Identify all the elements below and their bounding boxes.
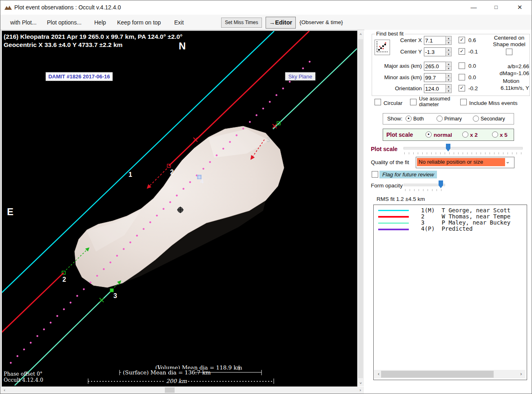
version-label: Occult 4.12.4.0 (4, 377, 43, 383)
centered-on-label-2: Shape model (487, 41, 532, 47)
legend-row-4[interactable]: 4(P) Predicted (421, 225, 472, 232)
menu-exit[interactable]: Exit (173, 18, 185, 27)
plot-scale-x2-label: x 2 (470, 132, 478, 138)
center-x-input[interactable] (424, 36, 446, 45)
observer-legend-list: 1(M) T George, near Scott 2 W Thomas, ne… (373, 205, 527, 380)
chord-3-label-bottom: 3 (113, 292, 117, 299)
show-label: Show: (387, 116, 403, 122)
major-axis-spinner[interactable]: ▲▼ (446, 62, 452, 71)
center-y-spinner[interactable]: ▲▼ (446, 47, 452, 56)
surface-mean-dia-label: (Surface) Mean dia = 136.7 km (123, 369, 211, 376)
phase-offset-label: Phase offset 0° (4, 371, 42, 377)
plot-vertical-scrollbar[interactable]: ⌃ ⌄ (357, 31, 364, 386)
legend-scroll-left-icon[interactable]: ‹ (376, 372, 381, 377)
compass-north-label: N (179, 40, 186, 51)
center-x-delta: 0.6 (468, 37, 476, 43)
set-miss-times-button[interactable]: Set Miss Times (221, 18, 262, 28)
legend-row-3[interactable]: 3 P Maley, near Buckey (421, 219, 510, 226)
occultation-plot: 1 2 2 3 (2, 31, 357, 386)
close-button[interactable]: ✕ (510, 0, 529, 14)
plot-scale-slider-thumb[interactable] (446, 144, 450, 151)
window-title: Plot event observations : Occult v.4.12.… (14, 4, 121, 11)
legend-row-2[interactable]: 2 W Thomas, near Tempe (421, 213, 510, 220)
sky-plane-tag: Sky Plane (285, 72, 315, 80)
legend-scroll-right-icon[interactable]: › (518, 372, 524, 377)
center-x-spinner[interactable]: ▲▼ (446, 36, 452, 45)
quality-of-fit-dropdown[interactable]: No reliable position or size ⌄ (416, 157, 514, 168)
plot-horizontal-scrollbar[interactable]: ‹ › (1, 387, 364, 394)
menu-with-plot[interactable]: with Plot... (9, 18, 38, 27)
legend-row-1[interactable]: 1(M) T George, near Scott (421, 207, 510, 214)
scroll-right-icon[interactable]: › (357, 387, 363, 393)
orientation-checkbox[interactable]: ✓ (459, 85, 465, 91)
plot-scale-normal-label: normal (434, 132, 452, 138)
scroll-left-icon[interactable]: ‹ (2, 387, 7, 393)
flag-review-checkbox[interactable] (372, 171, 378, 178)
form-opacity-slider-thumb[interactable] (439, 180, 443, 188)
minor-axis-label: Minor axis (km) (370, 74, 422, 80)
maximize-button[interactable]: □ (487, 0, 505, 14)
major-axis-input[interactable] (424, 62, 446, 71)
plot-scale-x2-radio[interactable] (462, 131, 468, 138)
menu-keep-on-top[interactable]: Keep form on top (115, 18, 162, 27)
ab-ratio-value: a/b=2.66 (487, 63, 529, 69)
menu-help[interactable]: Help (93, 18, 108, 27)
centered-on-shape-checkbox[interactable] (506, 49, 512, 55)
orientation-spinner[interactable]: ▲▼ (446, 84, 452, 93)
damit-tag: DAMIT #1826 2017-06-16 (46, 72, 113, 81)
center-y-checkbox[interactable]: ✓ (459, 48, 465, 55)
legend-scroll-thumb[interactable] (381, 371, 494, 378)
circular-checkbox[interactable] (375, 99, 381, 105)
orientation-delta: -0.2 (468, 85, 478, 91)
show-primary-radio[interactable] (437, 116, 443, 122)
legend-horizontal-scrollbar[interactable]: ‹ › (374, 370, 525, 378)
vertical-scroll-thumb[interactable] (358, 39, 363, 378)
menu-plot-options[interactable]: Plot options... (45, 18, 83, 27)
observer-time-label: {Observer & time} (299, 19, 343, 25)
form-opacity-ticks (405, 189, 444, 191)
plot-scale-x5-radio[interactable] (492, 131, 498, 138)
show-secondary-radio[interactable] (473, 116, 479, 122)
editor-button[interactable]: →Editor (266, 17, 296, 29)
damit-label: DAMIT #1826 2017-06-16 (48, 73, 110, 80)
scroll-down-icon[interactable]: ⌄ (357, 379, 364, 385)
plot-area[interactable]: 1 2 2 3 (2, 31, 357, 387)
minor-axis-checkbox[interactable] (459, 74, 465, 80)
diameter-annotations: (Volume) Mean dia = 118.9 km (Surface) M… (4, 364, 274, 384)
center-y-input[interactable] (424, 47, 446, 56)
predicted-label: 4 (200, 178, 204, 185)
plot-scale-slider-ticks (404, 152, 522, 154)
quality-selected-value: No reliable position or size (417, 158, 505, 166)
plot-header-line1: (216) Kleopatra 2021 Apr 19 265.0 x 99.7… (4, 33, 182, 40)
show-both-radio[interactable]: ● (406, 116, 412, 122)
title-bar: Plot event observations : Occult v.4.12.… (0, 0, 532, 15)
chord-2-label-bottom: 2 (62, 276, 66, 283)
find-best-fit-title: Find best fit (375, 31, 405, 37)
show-primary-label: Primary (444, 116, 462, 122)
plot-scale-slider-track[interactable] (403, 147, 523, 149)
major-axis-label: Major axis (km) (370, 63, 422, 69)
horizontal-scroll-thumb[interactable] (165, 387, 175, 393)
legend-swatch-1 (378, 210, 409, 211)
compass-east-label: E (7, 206, 13, 217)
major-axis-checkbox[interactable] (459, 62, 465, 69)
plot-scale-normal-radio[interactable]: ● (426, 131, 432, 138)
minimize-button[interactable]: — (464, 0, 483, 14)
orientation-input[interactable] (424, 84, 446, 93)
use-assumed-label-2: diameter (419, 102, 439, 107)
include-miss-events-checkbox[interactable] (460, 99, 467, 105)
legend-swatch-2 (378, 216, 409, 218)
legend-swatch-3 (378, 223, 409, 224)
asteroid-shape-model (75, 126, 284, 287)
orientation-label: Orientation (370, 85, 422, 91)
use-assumed-diameter-checkbox[interactable] (410, 99, 417, 105)
use-assumed-label-1: Use assumed (419, 96, 450, 102)
center-y-delta: -0.1 (468, 49, 478, 55)
plot-scale-slider-label: Plot scale (371, 146, 397, 152)
minor-axis-input[interactable] (424, 73, 446, 82)
center-x-checkbox[interactable]: ✓ (459, 37, 465, 43)
scroll-up-icon[interactable]: ⌃ (357, 33, 364, 38)
flag-review-label: Flag for future review (379, 171, 437, 178)
plot-scale-box-label: Plot scale (386, 131, 413, 138)
minor-axis-spinner[interactable]: ▲▼ (446, 73, 452, 82)
